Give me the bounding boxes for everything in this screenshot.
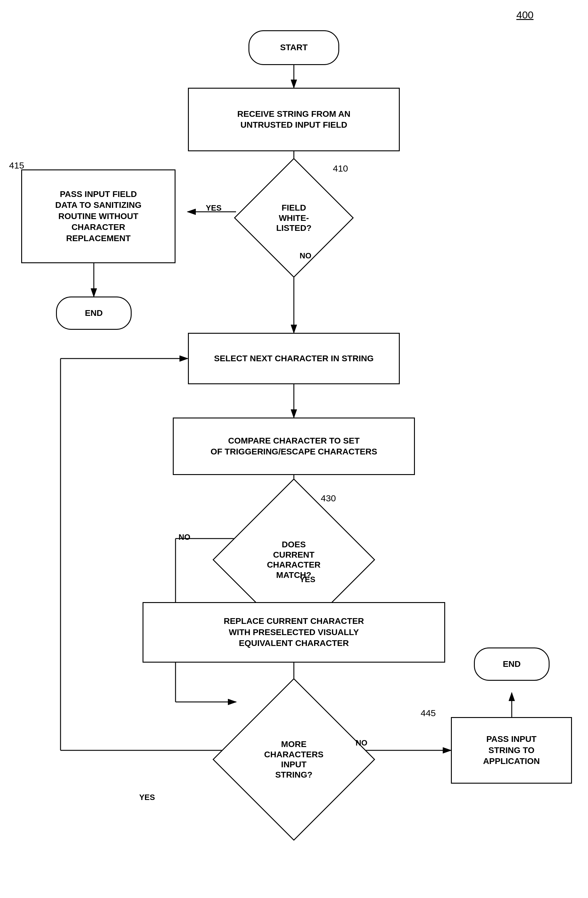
more-chars-node: MORECHARACTERSINPUTSTRING? <box>212 678 375 841</box>
diagram-title: 400 <box>516 9 534 21</box>
compare-char-node: COMPARE CHARACTER TO SETOF TRIGGERING/ES… <box>173 418 415 475</box>
no-label-1: NO <box>300 251 311 260</box>
yes-label-1: YES <box>206 203 222 213</box>
ref-410: 410 <box>333 163 348 174</box>
no-label-2: NO <box>179 532 190 542</box>
field-whitelisted-node: FIELDWHITE-LISTED? <box>234 158 354 278</box>
ref-430: 430 <box>321 493 336 503</box>
replace-char-node: REPLACE CURRENT CHARACTERWITH PRESELECTE… <box>143 602 445 663</box>
select-next-node: SELECT NEXT CHARACTER IN STRING <box>188 333 400 384</box>
no-label-3: NO <box>356 738 367 747</box>
pass-string-node: PASS INPUTSTRING TOAPPLICATION <box>451 717 572 784</box>
yes-label-3: YES <box>139 793 155 802</box>
receive-string-node: RECEIVE STRING FROM ANUNTRUSTED INPUT FI… <box>188 88 400 151</box>
ref-445: 445 <box>421 708 436 718</box>
pass-input-field-node: PASS INPUT FIELDDATA TO SANITIZINGROUTIN… <box>21 169 175 263</box>
yes-label-2: YES <box>300 575 316 584</box>
start-node: START <box>248 30 339 65</box>
flowchart-diagram: 400 START 405 RECEIVE STRING FROM ANUNTR… <box>0 0 588 898</box>
end2-node: END <box>474 647 550 681</box>
end1-node: END <box>56 297 132 330</box>
ref-415: 415 <box>9 160 24 171</box>
